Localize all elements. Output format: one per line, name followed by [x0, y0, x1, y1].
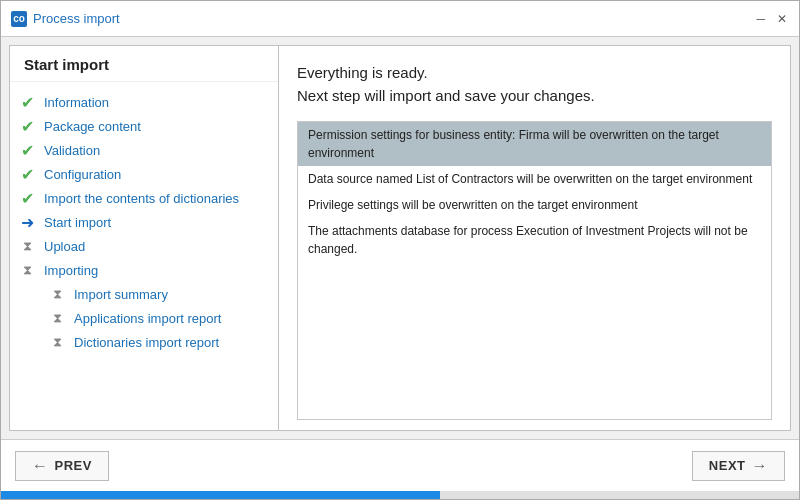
- hourglass-icon: ⧗: [53, 310, 62, 326]
- next-arrow-icon: →: [752, 457, 769, 475]
- main-content: Start import ✔Information✔Package conten…: [1, 37, 799, 439]
- hourglass-icon: ⧗: [23, 238, 32, 254]
- step-label-applications-import-report: Applications import report: [74, 311, 221, 326]
- app-icon: co: [11, 11, 27, 27]
- info-row-0: Permission settings for business entity:…: [298, 122, 771, 166]
- step-label-information: Information: [44, 95, 109, 110]
- step-icon-validation: ✔: [18, 141, 36, 159]
- step-item-information[interactable]: ✔Information: [10, 90, 278, 114]
- step-label-import-summary: Import summary: [74, 287, 168, 302]
- ready-message: Everything is ready. Next step will impo…: [297, 62, 772, 107]
- left-panel-header: Start import: [10, 46, 278, 82]
- title-bar-left: co Process import: [11, 11, 120, 27]
- step-icon-package-content: ✔: [18, 117, 36, 135]
- step-icon-start-import: ➜: [18, 213, 36, 231]
- window-title: Process import: [33, 11, 120, 26]
- next-button[interactable]: NEXT →: [692, 451, 785, 481]
- step-item-start-import[interactable]: ➜Start import: [10, 210, 278, 234]
- hourglass-icon: ⧗: [23, 262, 32, 278]
- info-row-2: Privilege settings will be overwritten o…: [298, 192, 771, 218]
- step-label-dictionaries-import-report: Dictionaries import report: [74, 335, 219, 350]
- hourglass-icon: ⧗: [53, 334, 62, 350]
- info-row-1: Data source named List of Contractors wi…: [298, 166, 771, 192]
- footer-right: NEXT →: [692, 451, 785, 481]
- checkmark-icon: ✔: [21, 165, 34, 184]
- ready-line2: Next step will import and save your chan…: [297, 87, 595, 104]
- step-icon-applications-import-report: ⧗: [48, 309, 66, 327]
- step-icon-information: ✔: [18, 93, 36, 111]
- prev-arrow-icon: ←: [32, 457, 49, 475]
- step-label-import-contents: Import the contents of dictionaries: [44, 191, 239, 206]
- title-bar-controls: ─ ✕: [754, 12, 789, 26]
- step-icon-import-summary: ⧗: [48, 285, 66, 303]
- step-label-configuration: Configuration: [44, 167, 121, 182]
- bottom-area: ← PREV NEXT →: [1, 439, 799, 499]
- next-label: NEXT: [709, 458, 746, 473]
- checkmark-icon: ✔: [21, 93, 34, 112]
- minimize-button[interactable]: ─: [754, 12, 767, 26]
- step-label-importing: Importing: [44, 263, 98, 278]
- left-panel: Start import ✔Information✔Package conten…: [9, 45, 279, 431]
- title-bar: co Process import ─ ✕: [1, 1, 799, 37]
- progress-bar-container: [1, 491, 799, 499]
- process-import-window: co Process import ─ ✕ Start import ✔Info…: [0, 0, 800, 500]
- step-label-start-import: Start import: [44, 215, 111, 230]
- close-button[interactable]: ✕: [775, 12, 789, 26]
- step-icon-import-contents: ✔: [18, 189, 36, 207]
- step-item-dictionaries-import-report[interactable]: ⧗Dictionaries import report: [10, 330, 278, 354]
- step-item-validation[interactable]: ✔Validation: [10, 138, 278, 162]
- info-box: Permission settings for business entity:…: [297, 121, 772, 420]
- step-item-applications-import-report[interactable]: ⧗Applications import report: [10, 306, 278, 330]
- right-panel: Everything is ready. Next step will impo…: [279, 45, 791, 431]
- footer-left: ← PREV: [15, 451, 109, 481]
- step-label-package-content: Package content: [44, 119, 141, 134]
- info-row-3: The attachments database for process Exe…: [298, 218, 771, 262]
- right-content: Everything is ready. Next step will impo…: [279, 46, 790, 430]
- footer: ← PREV NEXT →: [1, 439, 799, 491]
- step-icon-configuration: ✔: [18, 165, 36, 183]
- step-item-package-content[interactable]: ✔Package content: [10, 114, 278, 138]
- step-item-configuration[interactable]: ✔Configuration: [10, 162, 278, 186]
- checkmark-icon: ✔: [21, 117, 34, 136]
- step-list: ✔Information✔Package content✔Validation✔…: [10, 82, 278, 430]
- step-item-importing[interactable]: ⧗Importing: [10, 258, 278, 282]
- ready-line1: Everything is ready.: [297, 64, 428, 81]
- step-item-import-summary[interactable]: ⧗Import summary: [10, 282, 278, 306]
- progress-bar-fill: [1, 491, 440, 499]
- step-icon-dictionaries-import-report: ⧗: [48, 333, 66, 351]
- checkmark-icon: ✔: [21, 141, 34, 160]
- hourglass-icon: ⧗: [53, 286, 62, 302]
- step-icon-upload: ⧗: [18, 237, 36, 255]
- step-label-upload: Upload: [44, 239, 85, 254]
- checkmark-icon: ✔: [21, 189, 34, 208]
- prev-button[interactable]: ← PREV: [15, 451, 109, 481]
- step-label-validation: Validation: [44, 143, 100, 158]
- step-item-upload[interactable]: ⧗Upload: [10, 234, 278, 258]
- step-icon-importing: ⧗: [18, 261, 36, 279]
- step-item-import-contents[interactable]: ✔Import the contents of dictionaries: [10, 186, 278, 210]
- prev-label: PREV: [55, 458, 92, 473]
- arrow-right-icon: ➜: [21, 213, 34, 232]
